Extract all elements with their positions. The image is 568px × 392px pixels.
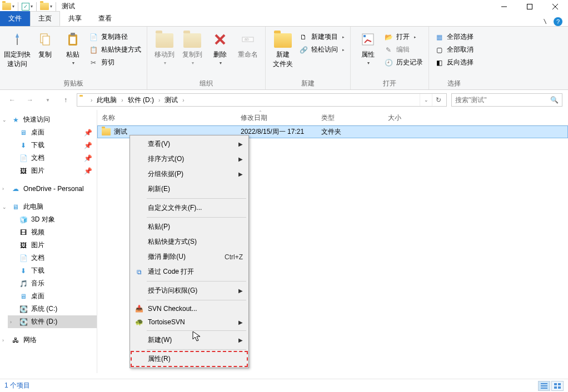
forward-button[interactable]: → [23, 93, 37, 107]
ctx-open-code[interactable]: ⧉通过 Code 打开 [131, 264, 247, 279]
ctx-new[interactable]: 新建(W)▶ [131, 333, 247, 348]
folder-icon [102, 128, 111, 135]
maximize-button[interactable] [517, 0, 542, 13]
close-button[interactable] [542, 0, 568, 13]
refresh-button[interactable]: ↻ [432, 94, 444, 106]
tree-music[interactable]: 🎵音乐 [8, 277, 97, 290]
tab-home[interactable]: 主页 [30, 11, 60, 26]
ctx-group[interactable]: 分组依据(P)▶ [131, 167, 247, 182]
tree-system-c[interactable]: 💽系统 (C:) [8, 303, 97, 315]
new-item-button[interactable]: 🗋新建项目▸ [297, 31, 347, 43]
col-type[interactable]: 类型 [321, 113, 388, 123]
search-icon[interactable]: 🔍 [550, 96, 559, 104]
svg-rect-19 [554, 383, 557, 385]
tree-downloads[interactable]: ⬇下载📌 [8, 139, 97, 152]
ctx-customize[interactable]: 自定义文件夹(F)... [131, 200, 247, 215]
ctx-properties[interactable]: 属性(R) [131, 351, 247, 366]
qat-dropdown-icon[interactable]: ▾ [12, 4, 14, 9]
address-dropdown-icon[interactable]: ⌄ [420, 94, 432, 106]
rename-button[interactable]: ab 重命名 [234, 28, 262, 59]
invert-selection-button[interactable]: ◧反向选择 [432, 56, 476, 69]
column-headers[interactable]: 名称 修改日期 类型 大小 [97, 110, 568, 125]
tree-network[interactable]: ›🖧网络 [0, 334, 97, 346]
qat-properties-icon[interactable]: ✓ [22, 3, 29, 11]
tree-quick-access[interactable]: ⌄★快速访问 [0, 113, 97, 126]
select-all-button[interactable]: ▦全部选择 [432, 31, 476, 43]
ctx-undo-delete[interactable]: 撤消 删除(U)Ctrl+Z [131, 249, 247, 264]
recent-dropdown-icon[interactable]: ▼ [41, 93, 54, 107]
back-button[interactable]: ← [6, 93, 19, 107]
navigation-bar: ← → ▼ ↑ › 此电脑 › 软件 (D:) › 测试 › ⌄ ↻ 搜索"测试… [0, 90, 568, 110]
history-button[interactable]: 🕘历史记录 [382, 56, 425, 69]
group-open-label: 打开 [354, 78, 425, 88]
tree-desktop2[interactable]: 🖥桌面 [8, 290, 97, 303]
tree-documents2[interactable]: 📄文档 [8, 252, 97, 264]
pin-to-quick-access-button[interactable]: 固定到快 速访问 [3, 28, 31, 69]
new-folder-button[interactable]: 新建 文件夹 [269, 28, 297, 69]
copy-to-button[interactable]: 复制到▼ [178, 28, 206, 65]
copy-button[interactable]: 复制 [31, 28, 59, 59]
tab-share[interactable]: 共享 [60, 11, 90, 26]
select-none-button[interactable]: ▢全部取消 [432, 43, 476, 56]
col-name[interactable]: 名称 [102, 113, 241, 123]
breadcrumb-drive[interactable]: 软件 (D:) [126, 96, 156, 105]
qat-folder-icon[interactable] [40, 3, 49, 10]
easy-access-button[interactable]: 🔗轻松访问▸ [297, 43, 347, 56]
item-count: 1 个项目 [4, 381, 30, 390]
ctx-sort[interactable]: 排序方式(O)▶ [131, 152, 247, 167]
context-menu: 查看(V)▶ 排序方式(O)▶ 分组依据(P)▶ 刷新(E) 自定义文件夹(F)… [129, 135, 249, 368]
tree-software-d[interactable]: ›💽软件 (D:) [8, 315, 97, 328]
tree-this-pc[interactable]: ⌄🖥此电脑 [0, 200, 97, 213]
copy-path-button[interactable]: 📄复制路径 [87, 31, 143, 43]
ribbon: 固定到快 速访问 复制 粘贴▼ 📄复制路径 📋粘贴快捷方式 ✂剪切 剪贴板 移动… [0, 26, 568, 90]
svg-rect-9 [71, 33, 75, 36]
tree-pictures2[interactable]: 🖼图片 [8, 239, 97, 252]
ctx-tortoisesvn[interactable]: 🐢TortoiseSVN▶ [131, 315, 247, 329]
svg-rect-4 [17, 38, 18, 45]
tree-videos[interactable]: 🎞视频 [8, 226, 97, 239]
ctx-view[interactable]: 查看(V)▶ [131, 137, 247, 152]
svg-rect-22 [558, 386, 561, 389]
tree-documents[interactable]: 📄文档📌 [8, 152, 97, 164]
open-button[interactable]: 📂打开▸ [382, 31, 425, 43]
ctx-grant-access[interactable]: 授予访问权限(G)▶ [131, 283, 247, 298]
svg-rect-1 [527, 4, 532, 9]
svg-rect-18 [541, 388, 547, 389]
tree-3d-objects[interactable]: 🧊3D 对象 [8, 213, 97, 226]
tab-view[interactable]: 查看 [90, 11, 120, 26]
ctx-paste[interactable]: 粘贴(P) [131, 219, 247, 234]
delete-button[interactable]: 删除▼ [206, 28, 234, 65]
svg-rect-6 [43, 36, 49, 45]
paste-button[interactable]: 粘贴▼ [59, 28, 87, 65]
breadcrumb-folder[interactable]: 测试 [162, 96, 180, 105]
breadcrumb-this-pc[interactable]: 此电脑 [94, 96, 119, 105]
svg-rect-15 [363, 35, 366, 37]
tree-pictures[interactable]: 🖼图片📌 [8, 164, 97, 177]
address-bar[interactable]: › 此电脑 › 软件 (D:) › 测试 › ⌄ ↻ [77, 93, 447, 107]
col-date[interactable]: 修改日期 [241, 113, 321, 123]
tab-file[interactable]: 文件 [0, 11, 30, 26]
edit-button[interactable]: ✎编辑 [382, 43, 425, 56]
collapse-ribbon-icon[interactable]: 〵 [542, 19, 548, 25]
group-select-label: 选择 [432, 78, 476, 88]
tree-downloads2[interactable]: ⬇下载 [8, 264, 97, 277]
navigation-tree[interactable]: ⌄★快速访问 🖥桌面📌 ⬇下载📌 📄文档📌 🖼图片📌 ›☁OneDrive - … [0, 110, 97, 373]
paste-shortcut-button[interactable]: 📋粘贴快捷方式 [87, 43, 143, 56]
tree-onedrive[interactable]: ›☁OneDrive - Personal [0, 183, 97, 195]
chevron-right-icon[interactable]: › [91, 97, 92, 103]
up-button[interactable]: ↑ [59, 93, 72, 107]
ctx-refresh[interactable]: 刷新(E) [131, 182, 247, 197]
ctx-svn-checkout[interactable]: 📥SVN Checkout... [131, 302, 247, 315]
minimize-button[interactable] [491, 0, 517, 13]
group-organize-label: 组织 [151, 78, 262, 88]
properties-button[interactable]: 属性▼ [354, 28, 382, 65]
cut-button[interactable]: ✂剪切 [87, 56, 143, 69]
icons-view-button[interactable] [551, 381, 564, 391]
details-view-button[interactable] [538, 381, 550, 391]
move-to-button[interactable]: 移动到▼ [151, 28, 178, 65]
ctx-paste-shortcut[interactable]: 粘贴快捷方式(S) [131, 234, 247, 249]
col-size[interactable]: 大小 [388, 113, 568, 123]
search-input[interactable]: 搜索"测试" 🔍 [451, 93, 562, 107]
tree-desktop[interactable]: 🖥桌面📌 [8, 126, 97, 139]
help-icon[interactable]: ? [554, 17, 562, 26]
